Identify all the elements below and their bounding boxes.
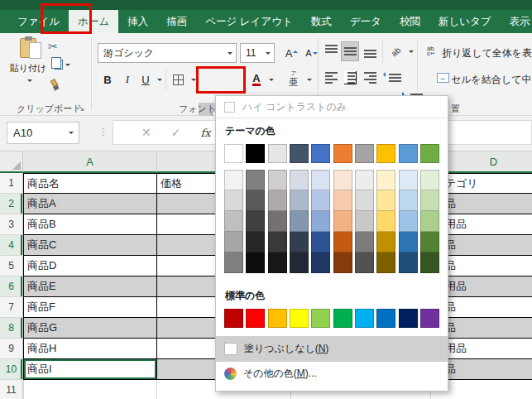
clipboard-dialog-launcher-icon[interactable]: ↘ xyxy=(78,103,84,113)
color-swatch[interactable] xyxy=(376,170,395,190)
cell-A5[interactable]: 商品D xyxy=(23,256,157,276)
color-swatch[interactable] xyxy=(268,190,287,211)
color-swatch[interactable] xyxy=(224,252,243,273)
color-swatch[interactable] xyxy=(355,232,374,252)
color-swatch[interactable] xyxy=(268,252,287,273)
format-painter-button[interactable] xyxy=(48,79,61,91)
row-header-10[interactable]: 10 xyxy=(0,359,23,380)
color-swatch[interactable] xyxy=(420,211,439,232)
color-swatch[interactable] xyxy=(355,190,374,211)
color-swatch[interactable] xyxy=(246,211,265,232)
color-swatch[interactable] xyxy=(420,252,439,273)
color-swatch[interactable] xyxy=(268,170,287,190)
color-swatch[interactable] xyxy=(246,309,265,328)
font-name-combo[interactable]: 游ゴシック xyxy=(98,43,237,63)
color-swatch[interactable] xyxy=(290,190,309,211)
color-swatch[interactable] xyxy=(399,211,418,232)
color-swatch[interactable] xyxy=(224,170,243,190)
color-swatch[interactable] xyxy=(355,252,374,273)
color-swatch[interactable] xyxy=(246,190,265,211)
column-header-A[interactable]: A xyxy=(23,151,157,173)
color-swatch[interactable] xyxy=(246,232,265,252)
color-swatch[interactable] xyxy=(246,144,265,163)
color-swatch[interactable] xyxy=(333,211,352,232)
cell-A6[interactable]: 商品E xyxy=(23,276,157,297)
color-swatch[interactable] xyxy=(268,211,287,232)
cell-A7[interactable]: 商品F xyxy=(23,297,157,318)
cell-A9[interactable]: 商品H xyxy=(23,339,157,359)
color-swatch[interactable] xyxy=(376,190,395,211)
color-swatch[interactable] xyxy=(376,211,395,232)
paste-button[interactable]: 貼り付け xyxy=(8,38,48,86)
decrease-indent-button[interactable] xyxy=(386,68,404,88)
align-right-button[interactable] xyxy=(362,68,378,88)
color-swatch[interactable] xyxy=(399,144,418,163)
color-swatch[interactable] xyxy=(355,211,374,232)
align-center-button[interactable] xyxy=(341,68,359,88)
tab-page-layout[interactable]: ページ レイアウト xyxy=(196,10,302,33)
row-header-8[interactable]: 8 xyxy=(0,318,23,339)
align-left-button[interactable] xyxy=(323,68,339,88)
color-swatch[interactable] xyxy=(311,144,330,163)
color-swatch[interactable] xyxy=(290,309,309,328)
align-middle-button[interactable] xyxy=(341,41,359,61)
color-swatch[interactable] xyxy=(399,252,418,273)
row-header-3[interactable]: 3 xyxy=(0,214,23,235)
cell-A8[interactable]: 商品G xyxy=(23,318,157,339)
borders-button[interactable] xyxy=(170,70,186,89)
color-swatch[interactable] xyxy=(268,144,287,163)
cell-A1[interactable]: 商品名 xyxy=(23,173,157,194)
color-swatch[interactable] xyxy=(290,144,309,163)
tab-file[interactable]: ファイル xyxy=(8,10,69,33)
color-swatch[interactable] xyxy=(224,232,243,252)
color-swatch[interactable] xyxy=(333,232,352,252)
color-swatch[interactable] xyxy=(268,232,287,252)
color-swatch[interactable] xyxy=(355,309,374,328)
enter-icon[interactable]: ✓ xyxy=(171,126,181,139)
row-header-1[interactable]: 1 xyxy=(0,173,23,194)
color-swatch[interactable] xyxy=(420,309,439,328)
color-swatch[interactable] xyxy=(376,144,395,163)
color-swatch[interactable] xyxy=(311,232,330,252)
color-swatch[interactable] xyxy=(376,309,395,328)
more-colors-item[interactable]: その他の色(M)... xyxy=(216,362,448,385)
color-swatch[interactable] xyxy=(268,309,287,328)
color-swatch[interactable] xyxy=(333,170,352,190)
align-top-button[interactable] xyxy=(323,41,339,61)
insert-function-icon[interactable]: fx xyxy=(200,127,210,139)
tab-formulas[interactable]: 数式 xyxy=(302,10,341,33)
color-swatch[interactable] xyxy=(333,252,352,273)
cut-button[interactable]: ✂ xyxy=(48,40,58,53)
name-box[interactable]: A10 xyxy=(7,122,79,144)
tab-review[interactable]: 校閲 xyxy=(391,10,429,33)
color-swatch[interactable] xyxy=(420,144,439,163)
font-size-combo[interactable]: 11 xyxy=(240,43,275,63)
tab-data[interactable]: データ xyxy=(341,10,391,33)
color-swatch[interactable] xyxy=(399,232,418,252)
color-swatch[interactable] xyxy=(420,170,439,190)
color-swatch[interactable] xyxy=(399,170,418,190)
color-swatch[interactable] xyxy=(333,309,352,328)
color-swatch[interactable] xyxy=(311,170,330,190)
wrap-text-button[interactable]: abc↵ xyxy=(424,41,439,61)
orientation-button[interactable]: ab xyxy=(387,41,405,61)
no-fill-item[interactable]: 塗りつぶしなし(N) xyxy=(216,336,448,362)
color-swatch[interactable] xyxy=(224,190,243,211)
merge-center-button[interactable]: ↔ xyxy=(435,68,450,88)
color-swatch[interactable] xyxy=(246,170,265,190)
row-header-2[interactable]: 2 xyxy=(0,194,23,214)
color-swatch[interactable] xyxy=(290,252,309,273)
cell-A11[interactable] xyxy=(23,380,157,399)
tab-home[interactable]: ホーム xyxy=(69,10,118,33)
color-swatch[interactable] xyxy=(420,232,439,252)
font-color-button[interactable]: A xyxy=(248,70,265,89)
underline-button[interactable]: U xyxy=(137,70,154,89)
align-bottom-button[interactable] xyxy=(362,41,378,61)
color-swatch[interactable] xyxy=(311,309,330,328)
cell-A2[interactable]: 商品A xyxy=(23,194,157,214)
phonetic-split-arrow[interactable] xyxy=(303,70,313,89)
color-swatch[interactable] xyxy=(224,211,243,232)
cell-A4[interactable]: 商品C xyxy=(23,235,157,256)
color-swatch[interactable] xyxy=(224,309,243,328)
row-header-4[interactable]: 4 xyxy=(0,235,23,256)
